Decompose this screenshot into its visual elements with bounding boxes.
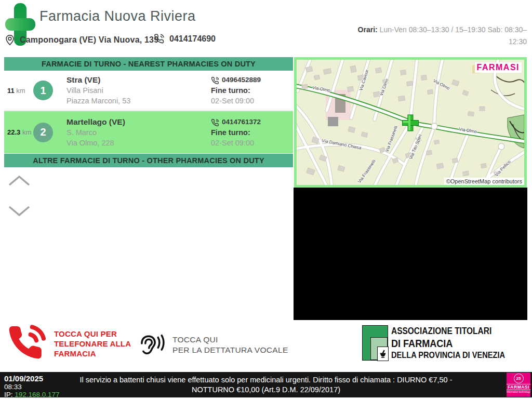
fine-turno-value: 02-Set 09:00 [211, 138, 293, 148]
mortar-pestle-icon [379, 350, 387, 358]
voice-label-line2: PER LA DETTATURA VOCALE [172, 345, 288, 355]
call-label-line2: TELEFONARE ALLA [54, 339, 131, 349]
call-label-line3: FARMACIA [54, 349, 131, 358]
hours-label: Orari: [358, 25, 378, 34]
farmasi-tagline: information technology [507, 391, 530, 393]
pharmacy-name: S. Marco [66, 127, 211, 138]
farmasi-map-watermark: FARMASI [475, 62, 522, 73]
footer-time: 08:33 [4, 383, 60, 391]
phone-icon [154, 33, 165, 45]
footer-status-bar: 01/09/2025 08:33 IP: 192.168.0.177 Il se… [0, 372, 532, 397]
fine-turno-value: 02-Set 09:00 [211, 96, 293, 106]
call-label-line1: TOCCA QUI PER [54, 329, 131, 339]
distance: 22.3 km [4, 128, 33, 136]
opening-hours: Orari: Lun-Ven 08:30–13:30 / 15–19:30 Sa… [355, 24, 527, 48]
chevron-up-icon [7, 175, 31, 187]
pharmacy-duty-info: 0414761372 Fine turno: 02-Set 09:00 [211, 117, 293, 148]
pharmacy-city: Martellago (VE) [66, 117, 211, 127]
rank-badge: 2 [33, 123, 53, 142]
pharmacy-phone-number: 0496452889 [222, 75, 261, 85]
distance: 11 km [4, 87, 33, 95]
address-text: Camponogara (VE) Via Nuova, 139 [20, 35, 158, 45]
farmasi-brand-name: FARMASI [507, 384, 530, 390]
voice-label-line1: TOCCA QUI [172, 335, 288, 345]
association-logo [362, 325, 388, 361]
footer-date: 01/09/2025 [4, 375, 60, 383]
osm-attribution: ©OpenStreetMap contributors [444, 178, 524, 185]
pharmacy-address: Piazza Marconi, 53 [66, 96, 211, 106]
pharmacy-city: Stra (VE) [66, 75, 211, 85]
association-logo-block: ASSOCIAZIONE TITOLARI DI FARMACIA DELLA … [362, 325, 524, 361]
pharmacy-row-1[interactable]: 11 km 1 Stra (VE) Villa Pisani Piazza Ma… [4, 71, 293, 111]
farmasi-25-badge: 25 [514, 374, 524, 383]
phone-icon [211, 76, 220, 85]
fine-turno-label: Fine turno: [211, 127, 293, 138]
pharmacy-phone: 0414174690 [154, 32, 216, 46]
pharmacy-address: Via Olmo, 228 [66, 138, 211, 148]
pharmacy-map: Via Olmo Via Cavour Via Olmo Via Olmo Vi… [294, 57, 527, 188]
page-title: Farmacia Nuova Riviera [39, 8, 196, 24]
association-line2: DI FARMACIA [391, 337, 505, 350]
nearest-pharmacies-banner: FARMACIE DI TURNO - NEAREST PHARMACIES O… [4, 57, 293, 71]
pharmacy-name: Villa Pisani [66, 85, 211, 96]
pharmacy-duty-info: 0496452889 Fine turno: 02-Set 09:00 [211, 75, 293, 106]
red-phone-icon [6, 322, 49, 365]
location-pin-icon [4, 34, 16, 46]
phone-number: 0414174690 [169, 34, 216, 44]
pharmacy-phone-number: 0414761372 [222, 117, 261, 127]
scroll-up-button[interactable] [7, 175, 31, 188]
hours-text: Lun-Ven 08:30–13:30 / 15–19:30 Sab: 08:3… [378, 25, 527, 46]
voice-dictation-button[interactable]: TOCCA QUI PER LA DETTATURA VOCALE [138, 332, 288, 357]
osm-map-image: Via Olmo Via Cavour Via Olmo Via Olmo Vi… [297, 60, 524, 185]
phone-icon [211, 118, 220, 127]
other-pharmacies-banner: ALTRE FARMACIE DI TURNO - OTHER PHARMACI… [4, 154, 293, 167]
video-panel [294, 188, 527, 320]
footer-notice: Il servizio a battenti chiusi viene effe… [69, 375, 463, 395]
association-line3: DELLA PROVINCIA DI VENEZIA [391, 350, 505, 361]
farmasi-footer-logo: 25 FARMASI information technology [507, 373, 530, 397]
fine-turno-label: Fine turno: [211, 85, 293, 96]
chevron-down-icon [7, 205, 31, 217]
pharmacy-row-2-selected[interactable]: 22.3 km 2 Martellago (VE) S. Marco Via O… [4, 111, 293, 153]
footer-system-info: 01/09/2025 08:33 IP: 192.168.0.177 [4, 375, 60, 398]
ear-icon [138, 332, 165, 357]
pharmacy-address: Camponogara (VE) Via Nuova, 139 [4, 33, 158, 47]
pharmacy-info: Stra (VE) Villa Pisani Piazza Marconi, 5… [60, 75, 211, 106]
pharmacy-info: Martellago (VE) S. Marco Via Olmo, 228 [60, 117, 211, 148]
scroll-down-button[interactable] [7, 205, 31, 218]
rank-badge: 1 [33, 81, 53, 100]
association-line1: ASSOCIAZIONE TITOLARI [391, 325, 505, 337]
call-pharmacy-button[interactable]: TOCCA QUI PER TELEFONARE ALLA FARMACIA [6, 322, 131, 365]
